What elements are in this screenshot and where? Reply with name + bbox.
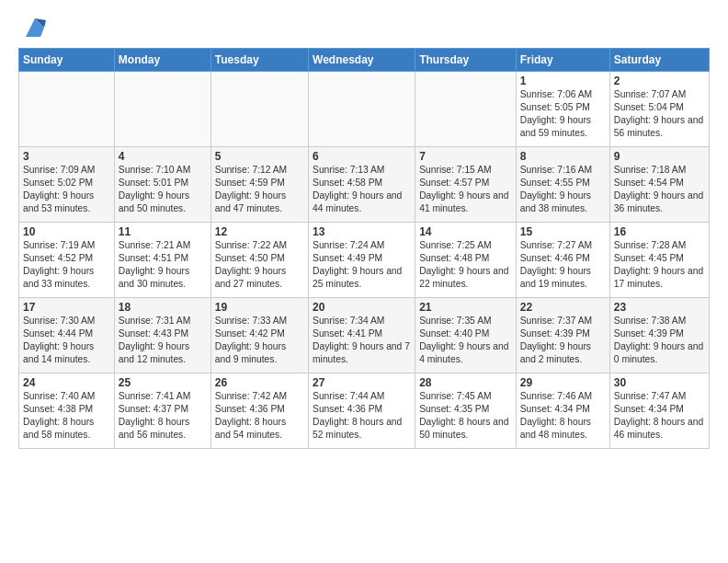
day-info: Sunrise: 7:12 AMSunset: 4:59 PMDaylight:… bbox=[215, 164, 304, 215]
logo bbox=[18, 15, 48, 40]
day-number: 6 bbox=[313, 150, 411, 163]
day-info: Sunrise: 7:44 AMSunset: 4:36 PMDaylight:… bbox=[313, 390, 411, 442]
day-info: Sunrise: 7:19 AMSunset: 4:52 PMDaylight:… bbox=[23, 239, 110, 291]
day-cell: 1Sunrise: 7:06 AMSunset: 5:05 PMDaylight… bbox=[516, 72, 609, 147]
day-number: 2 bbox=[614, 75, 705, 87]
weekday-header-tuesday: Tuesday bbox=[210, 49, 308, 72]
weekday-header-friday: Friday bbox=[516, 49, 609, 72]
day-cell: 26Sunrise: 7:42 AMSunset: 4:36 PMDayligh… bbox=[210, 373, 308, 449]
day-info: Sunrise: 7:33 AMSunset: 4:42 PMDaylight:… bbox=[215, 315, 304, 366]
day-number: 9 bbox=[614, 150, 705, 163]
day-number: 13 bbox=[313, 225, 411, 238]
day-cell: 3Sunrise: 7:09 AMSunset: 5:02 PMDaylight… bbox=[19, 147, 115, 223]
day-info: Sunrise: 7:15 AMSunset: 4:57 PMDaylight:… bbox=[419, 164, 512, 215]
day-cell: 9Sunrise: 7:18 AMSunset: 4:54 PMDaylight… bbox=[609, 147, 709, 223]
day-cell: 24Sunrise: 7:40 AMSunset: 4:38 PMDayligh… bbox=[19, 373, 115, 449]
day-number: 4 bbox=[119, 150, 207, 163]
day-number: 25 bbox=[119, 376, 207, 389]
day-number: 19 bbox=[215, 301, 304, 314]
day-cell: 7Sunrise: 7:15 AMSunset: 4:57 PMDaylight… bbox=[415, 147, 517, 223]
day-info: Sunrise: 7:22 AMSunset: 4:50 PMDaylight:… bbox=[215, 239, 304, 291]
day-cell: 25Sunrise: 7:41 AMSunset: 4:37 PMDayligh… bbox=[114, 373, 210, 449]
day-info: Sunrise: 7:24 AMSunset: 4:49 PMDaylight:… bbox=[313, 239, 411, 291]
day-number: 3 bbox=[23, 150, 110, 163]
day-cell: 14Sunrise: 7:25 AMSunset: 4:48 PMDayligh… bbox=[415, 223, 517, 298]
day-number: 12 bbox=[215, 225, 304, 238]
day-cell: 12Sunrise: 7:22 AMSunset: 4:50 PMDayligh… bbox=[210, 223, 308, 298]
day-info: Sunrise: 7:40 AMSunset: 4:38 PMDaylight:… bbox=[23, 390, 110, 442]
day-info: Sunrise: 7:38 AMSunset: 4:39 PMDaylight:… bbox=[614, 315, 705, 366]
day-number: 8 bbox=[520, 150, 606, 163]
day-cell bbox=[415, 72, 517, 147]
week-row-1: 1Sunrise: 7:06 AMSunset: 5:05 PMDaylight… bbox=[19, 72, 710, 147]
day-info: Sunrise: 7:27 AMSunset: 4:46 PMDaylight:… bbox=[520, 239, 606, 291]
day-info: Sunrise: 7:28 AMSunset: 4:45 PMDaylight:… bbox=[614, 239, 705, 291]
day-number: 11 bbox=[119, 225, 207, 238]
day-info: Sunrise: 7:30 AMSunset: 4:44 PMDaylight:… bbox=[23, 315, 110, 366]
day-cell: 6Sunrise: 7:13 AMSunset: 4:58 PMDaylight… bbox=[309, 147, 415, 223]
weekday-header-row: SundayMondayTuesdayWednesdayThursdayFrid… bbox=[19, 49, 710, 72]
day-info: Sunrise: 7:31 AMSunset: 4:43 PMDaylight:… bbox=[119, 315, 207, 366]
day-number: 5 bbox=[215, 150, 304, 163]
day-cell bbox=[114, 72, 210, 147]
weekday-header-monday: Monday bbox=[114, 49, 210, 72]
day-info: Sunrise: 7:09 AMSunset: 5:02 PMDaylight:… bbox=[23, 164, 110, 215]
calendar-table: SundayMondayTuesdayWednesdayThursdayFrid… bbox=[18, 48, 710, 449]
day-cell: 11Sunrise: 7:21 AMSunset: 4:51 PMDayligh… bbox=[114, 223, 210, 298]
day-number: 14 bbox=[419, 225, 512, 238]
day-cell: 17Sunrise: 7:30 AMSunset: 4:44 PMDayligh… bbox=[19, 298, 115, 373]
week-row-5: 24Sunrise: 7:40 AMSunset: 4:38 PMDayligh… bbox=[19, 373, 710, 449]
day-info: Sunrise: 7:10 AMSunset: 5:01 PMDaylight:… bbox=[119, 164, 207, 215]
page: SundayMondayTuesdayWednesdayThursdayFrid… bbox=[0, 0, 728, 458]
day-cell: 15Sunrise: 7:27 AMSunset: 4:46 PMDayligh… bbox=[516, 223, 609, 298]
day-info: Sunrise: 7:16 AMSunset: 4:55 PMDaylight:… bbox=[520, 164, 606, 215]
day-cell: 16Sunrise: 7:28 AMSunset: 4:45 PMDayligh… bbox=[609, 223, 709, 298]
day-number: 24 bbox=[23, 376, 110, 389]
day-cell: 18Sunrise: 7:31 AMSunset: 4:43 PMDayligh… bbox=[114, 298, 210, 373]
weekday-header-wednesday: Wednesday bbox=[309, 49, 415, 72]
day-cell: 19Sunrise: 7:33 AMSunset: 4:42 PMDayligh… bbox=[210, 298, 308, 373]
weekday-header-thursday: Thursday bbox=[415, 49, 517, 72]
day-info: Sunrise: 7:47 AMSunset: 4:34 PMDaylight:… bbox=[614, 390, 705, 442]
day-cell: 27Sunrise: 7:44 AMSunset: 4:36 PMDayligh… bbox=[309, 373, 415, 449]
day-number: 15 bbox=[520, 225, 606, 238]
day-cell: 20Sunrise: 7:34 AMSunset: 4:41 PMDayligh… bbox=[309, 298, 415, 373]
day-info: Sunrise: 7:07 AMSunset: 5:04 PMDaylight:… bbox=[614, 88, 705, 140]
day-number: 20 bbox=[313, 301, 411, 314]
day-cell bbox=[309, 72, 415, 147]
day-number: 28 bbox=[419, 376, 512, 389]
day-info: Sunrise: 7:06 AMSunset: 5:05 PMDaylight:… bbox=[520, 88, 606, 140]
day-cell: 30Sunrise: 7:47 AMSunset: 4:34 PMDayligh… bbox=[609, 373, 709, 449]
day-cell: 28Sunrise: 7:45 AMSunset: 4:35 PMDayligh… bbox=[415, 373, 517, 449]
day-number: 26 bbox=[215, 376, 304, 389]
day-info: Sunrise: 7:25 AMSunset: 4:48 PMDaylight:… bbox=[419, 239, 512, 291]
week-row-3: 10Sunrise: 7:19 AMSunset: 4:52 PMDayligh… bbox=[19, 223, 710, 298]
day-number: 22 bbox=[520, 301, 606, 314]
day-cell bbox=[19, 72, 115, 147]
day-number: 16 bbox=[614, 225, 705, 238]
day-cell: 29Sunrise: 7:46 AMSunset: 4:34 PMDayligh… bbox=[516, 373, 609, 449]
day-cell: 8Sunrise: 7:16 AMSunset: 4:55 PMDaylight… bbox=[516, 147, 609, 223]
day-number: 27 bbox=[313, 376, 411, 389]
day-info: Sunrise: 7:35 AMSunset: 4:40 PMDaylight:… bbox=[419, 315, 512, 366]
day-cell bbox=[210, 72, 308, 147]
header-area bbox=[18, 15, 710, 40]
day-number: 30 bbox=[614, 376, 705, 389]
logo-icon bbox=[22, 15, 48, 40]
day-cell: 4Sunrise: 7:10 AMSunset: 5:01 PMDaylight… bbox=[114, 147, 210, 223]
day-number: 29 bbox=[520, 376, 606, 389]
day-cell: 22Sunrise: 7:37 AMSunset: 4:39 PMDayligh… bbox=[516, 298, 609, 373]
day-cell: 21Sunrise: 7:35 AMSunset: 4:40 PMDayligh… bbox=[415, 298, 517, 373]
day-number: 7 bbox=[419, 150, 512, 163]
day-number: 18 bbox=[119, 301, 207, 314]
day-info: Sunrise: 7:46 AMSunset: 4:34 PMDaylight:… bbox=[520, 390, 606, 442]
week-row-4: 17Sunrise: 7:30 AMSunset: 4:44 PMDayligh… bbox=[19, 298, 710, 373]
day-number: 10 bbox=[23, 225, 110, 238]
day-cell: 10Sunrise: 7:19 AMSunset: 4:52 PMDayligh… bbox=[19, 223, 115, 298]
weekday-header-sunday: Sunday bbox=[19, 49, 115, 72]
day-cell: 23Sunrise: 7:38 AMSunset: 4:39 PMDayligh… bbox=[609, 298, 709, 373]
day-number: 23 bbox=[614, 301, 705, 314]
week-row-2: 3Sunrise: 7:09 AMSunset: 5:02 PMDaylight… bbox=[19, 147, 710, 223]
day-info: Sunrise: 7:42 AMSunset: 4:36 PMDaylight:… bbox=[215, 390, 304, 442]
day-info: Sunrise: 7:45 AMSunset: 4:35 PMDaylight:… bbox=[419, 390, 512, 442]
